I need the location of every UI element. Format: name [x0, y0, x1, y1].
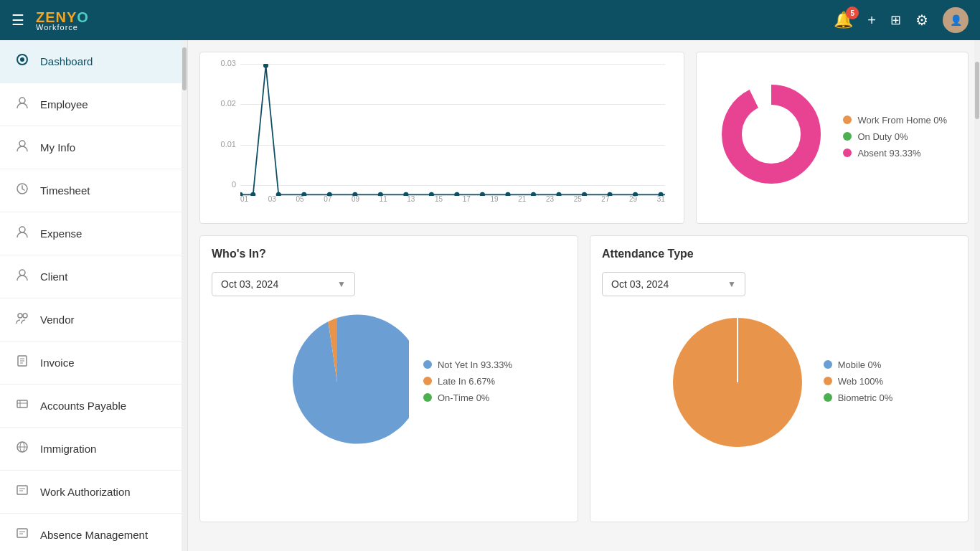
y-label: 0: [213, 180, 236, 189]
x-axis: 01 03 05 07 09 11 13 15 17 19 21 23: [240, 190, 665, 207]
legend-label: Late In 6.67%: [438, 376, 495, 387]
content-area: 0.03 0.02 0.01 0: [188, 40, 980, 534]
svg-point-8: [23, 314, 27, 318]
sidebar-scrollbar[interactable]: [182, 40, 187, 551]
sidebar-item-client[interactable]: Client: [0, 255, 187, 298]
svg-point-3: [19, 141, 25, 146]
sidebar-item-absence-management[interactable]: Absence Management: [0, 514, 187, 551]
svg-rect-22: [17, 529, 27, 537]
sidebar-item-immigration[interactable]: Immigration: [0, 428, 187, 471]
sidebar-item-vendor[interactable]: Vendor: [0, 298, 187, 342]
legend-item: On Duty 0%: [843, 131, 947, 142]
legend-dot: [423, 360, 432, 369]
sidebar-item-invoice[interactable]: Invoice: [0, 342, 187, 385]
attendance-pie-svg: [666, 311, 809, 457]
legend-dot: [824, 377, 832, 385]
sidebar-item-label: Immigration: [40, 443, 96, 455]
sidebar-item-label: Absence Management: [40, 529, 148, 541]
x-label: 19: [490, 195, 498, 203]
legend-label: Mobile 0%: [838, 359, 882, 370]
legend-label: Work From Home 0%: [857, 115, 947, 126]
x-label: 25: [574, 195, 582, 203]
sidebar-scrollbar-thumb[interactable]: [182, 47, 187, 90]
x-label: 15: [435, 195, 443, 203]
attendance-type-card: Attendance Type Oct 03, 2024 ▼: [590, 235, 969, 522]
x-label: 03: [268, 195, 276, 203]
sidebar-item-label: Employee: [40, 98, 88, 110]
svg-rect-19: [17, 486, 27, 494]
notification-button[interactable]: 🔔 5: [834, 11, 853, 29]
line-chart-card: 0.03 0.02 0.01 0: [199, 52, 684, 224]
sidebar-item-expense[interactable]: Expense: [0, 212, 187, 255]
x-label: 11: [380, 195, 387, 203]
sidebar-item-employee[interactable]: Employee: [0, 83, 187, 126]
whos-in-pie-area: Not Yet In 93.33% Late In 6.67% On-Time …: [212, 311, 566, 457]
whos-in-date-picker[interactable]: Oct 03, 2024 ▼: [212, 272, 355, 296]
charts-top-row: 0.03 0.02 0.01 0: [199, 52, 969, 224]
user-avatar[interactable]: 👤: [943, 7, 969, 33]
client-icon: [14, 268, 30, 285]
x-label: 09: [352, 195, 359, 203]
expense-icon: [14, 225, 30, 242]
svg-point-7: [18, 314, 22, 318]
invoice-icon: [14, 354, 30, 371]
x-label: 17: [463, 195, 471, 203]
attendance-legend: Mobile 0% Web 100% Biometric 0%: [824, 359, 893, 409]
y-label: 0.01: [213, 140, 236, 149]
x-label: 23: [546, 195, 554, 203]
svg-rect-13: [17, 400, 27, 408]
sidebar-item-myinfo[interactable]: My Info: [0, 126, 187, 169]
x-label: 01: [240, 195, 248, 203]
topnav-right: 🔔 5 + ⊞ ⚙ 👤: [834, 7, 969, 33]
work-auth-icon: [14, 484, 30, 500]
sidebar-item-dashboard[interactable]: Dashboard: [0, 40, 187, 83]
x-label: 27: [601, 195, 609, 203]
legend-item: Not Yet In 93.33%: [423, 359, 512, 370]
sidebar-item-label: Client: [40, 270, 67, 283]
legend-dot: [843, 132, 852, 141]
attendance-pie-area: Mobile 0% Web 100% Biometric 0%: [602, 311, 956, 457]
sidebar-item-accounts-payable[interactable]: Accounts Payable: [0, 385, 187, 428]
immigration-icon: [14, 441, 30, 457]
x-label: 05: [296, 195, 303, 203]
settings-button[interactable]: ⚙: [915, 11, 928, 29]
sidebar-item-work-authorization[interactable]: Work Authorization: [0, 471, 187, 514]
line-chart-area: 0.03 0.02 0.01 0: [212, 64, 672, 207]
sidebar-item-label: Vendor: [40, 314, 75, 326]
notification-badge: 5: [846, 6, 859, 19]
logo-workforce: Workforce: [36, 23, 89, 32]
date-picker-value: Oct 03, 2024: [611, 278, 669, 290]
legend-label: Biometric 0%: [838, 392, 893, 403]
layout: Dashboard Employee My Info Timesheet Exp…: [0, 40, 980, 551]
x-label: 31: [657, 195, 665, 203]
legend-dot: [824, 393, 832, 402]
x-label: 13: [407, 195, 415, 203]
x-label: 07: [324, 195, 331, 203]
legend-label: On-Time 0%: [438, 392, 489, 403]
legend-label: Web 100%: [838, 376, 883, 387]
main-content: 0.03 0.02 0.01 0: [188, 40, 980, 551]
date-picker-value: Oct 03, 2024: [221, 278, 278, 290]
sidebar-item-label: My Info: [40, 141, 75, 154]
attendance-type-title: Attendance Type: [602, 248, 956, 260]
y-label: 0.02: [213, 99, 236, 108]
main-scrollbar[interactable]: [974, 40, 980, 551]
legend-dot: [423, 393, 432, 402]
hamburger-button[interactable]: ☰: [11, 11, 24, 29]
legend-item: Web 100%: [824, 376, 893, 387]
sidebar-item-label: Work Authorization: [40, 486, 131, 498]
sidebar: Dashboard Employee My Info Timesheet Exp…: [0, 40, 188, 551]
legend-dot: [423, 377, 432, 385]
legend-item: Work From Home 0%: [843, 115, 947, 126]
sidebar-item-timesheet[interactable]: Timesheet: [0, 169, 187, 212]
whos-in-legend: Not Yet In 93.33% Late In 6.67% On-Time …: [423, 359, 512, 409]
add-button[interactable]: +: [867, 12, 876, 29]
grid-button[interactable]: ⊞: [890, 12, 901, 28]
legend-label: On Duty 0%: [857, 131, 908, 142]
legend-item: Late In 6.67%: [423, 376, 512, 387]
main-scrollbar-thumb[interactable]: [975, 62, 979, 119]
attendance-date-picker[interactable]: Oct 03, 2024 ▼: [602, 272, 745, 296]
svg-point-27: [263, 64, 268, 68]
line-chart-svg: [240, 64, 665, 196]
sidebar-item-label: Invoice: [40, 357, 75, 369]
